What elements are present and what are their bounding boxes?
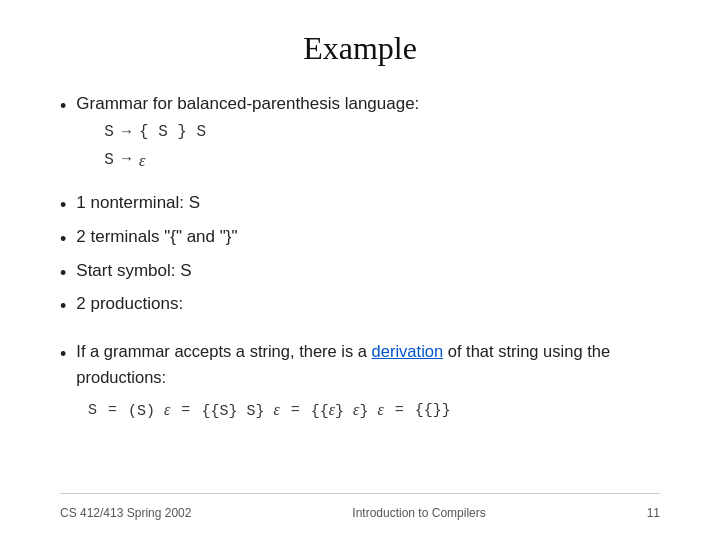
slide-title: Example — [60, 30, 660, 67]
bullet-dot-3: • — [60, 226, 66, 254]
grammar-line-2: S → ε — [104, 147, 660, 174]
formula-eq3: = — [282, 397, 309, 424]
bullet-text-terminals: 2 terminals "{" and "}" — [76, 224, 660, 250]
bullet-text-grammar: Grammar for balanced-parenthesis languag… — [76, 91, 660, 178]
grammar-s2: S — [104, 147, 114, 174]
derivation-section: • If a grammar accepts a string, there i… — [60, 339, 660, 425]
formula-eq1: = — [99, 397, 126, 424]
bullet-item-nonterminal: • 1 nonterminal: S — [60, 190, 660, 220]
bullet-text-nonterminal: 1 nonterminal: S — [76, 190, 660, 216]
derivation-intro: If a grammar accepts a string, there is … — [76, 339, 660, 390]
bullet-item-derivation: • If a grammar accepts a string, there i… — [60, 339, 660, 390]
formula-eq2: = — [172, 397, 199, 424]
grammar-block: S → { S } S S → ε — [104, 119, 660, 173]
formula-part2: {{S} S} ε — [201, 396, 279, 425]
bullet-dot-5: • — [60, 293, 66, 321]
derivation-intro-text: If a grammar accepts a string, there is … — [76, 342, 371, 360]
bullet-dot-6: • — [60, 341, 66, 369]
bullet-dot-2: • — [60, 192, 66, 220]
grammar-arrow-2: → — [122, 147, 131, 173]
derivation-formula: S = (S) ε = {{S} S} ε = {{ε} ε} ε = {{}} — [88, 396, 660, 425]
bullet-item-start: • Start symbol: S — [60, 258, 660, 288]
footer-left: CS 412/413 Spring 2002 — [60, 506, 191, 520]
grammar-intro-text: Grammar for balanced-parenthesis languag… — [76, 94, 419, 113]
footer-center: Introduction to Compilers — [352, 506, 485, 520]
formula-eq4: = — [386, 397, 413, 424]
grammar-s1: S — [104, 119, 114, 146]
grammar-arrow-1: → — [122, 120, 131, 146]
grammar-line-1: S → { S } S — [104, 119, 660, 146]
bullet-grammar-section: • Grammar for balanced-parenthesis langu… — [60, 91, 660, 178]
slide-content: • Grammar for balanced-parenthesis langu… — [60, 91, 660, 493]
derivation-link: derivation — [372, 342, 444, 360]
formula-s: S — [88, 397, 97, 424]
slide-footer: CS 412/413 Spring 2002 Introduction to C… — [60, 493, 660, 520]
grammar-rhs1: { S } S — [139, 119, 206, 146]
formula-part3: {{ε} ε} ε — [311, 396, 384, 425]
bullet-item-grammar: • Grammar for balanced-parenthesis langu… — [60, 91, 660, 178]
grammar-epsilon: ε — [139, 147, 145, 174]
bullet-text-start: Start symbol: S — [76, 258, 660, 284]
formula-part4: {{}} — [415, 397, 451, 424]
slide: Example • Grammar for balanced-parenthes… — [0, 0, 720, 540]
bullet-item-terminals: • 2 terminals "{" and "}" — [60, 224, 660, 254]
bullet-text-productions: 2 productions: — [76, 291, 660, 317]
formula-part1: (S) ε — [128, 396, 170, 425]
bullet-dot-1: • — [60, 93, 66, 121]
bullet-item-productions: • 2 productions: — [60, 291, 660, 321]
bullet-dot-4: • — [60, 260, 66, 288]
footer-right: 11 — [647, 506, 660, 520]
